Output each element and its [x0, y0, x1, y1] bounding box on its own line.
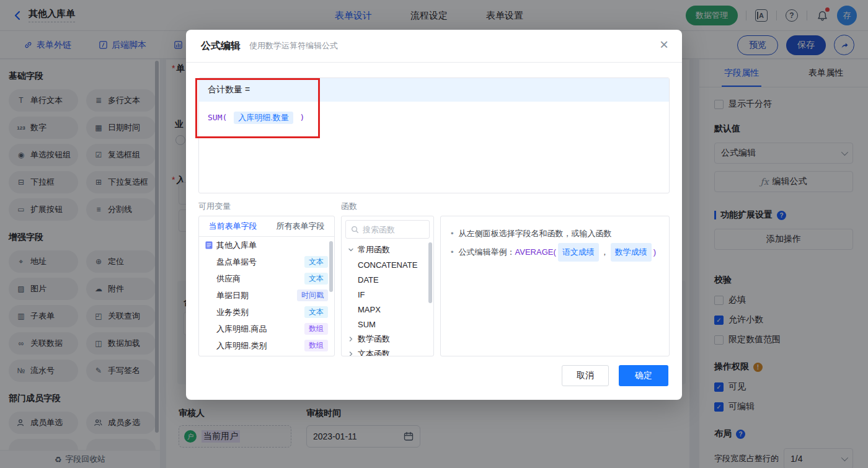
function-item[interactable]: MAPX: [342, 302, 433, 317]
formula-edit-modal: 公式编辑 使用数学运算符编辑公式 × 合计数量 = SUM( 入库明细.数量 )…: [186, 30, 682, 400]
tip-line-2: •公式编辑举例：AVERAGE(语文成绩，数学成绩): [451, 243, 659, 262]
app-root: 其他入库单 表单设计 流程设定 表单设置 数据管理 A ? 存 表单外链: [0, 0, 868, 468]
variables-scrollbar[interactable]: [329, 241, 333, 292]
tab-all-form-fields[interactable]: 所有表单字段: [267, 216, 334, 236]
modal-subtitle: 使用数学运算符编辑公式: [249, 40, 338, 51]
functions-label: 函数: [341, 201, 357, 212]
function-group-math[interactable]: 数学函数: [342, 332, 433, 347]
function-item[interactable]: DATE: [342, 272, 433, 287]
type-tag: 数组: [304, 323, 328, 335]
formula-editor[interactable]: 合计数量 = SUM( 入库明细.数量 ): [198, 77, 670, 193]
function-item[interactable]: CONCATENATE: [342, 257, 433, 272]
type-tag: 文本: [304, 256, 328, 268]
variable-row[interactable]: 供应商文本: [199, 270, 334, 287]
variable-row[interactable]: 单据日期时间戳: [199, 287, 334, 304]
chevron-down-icon: [348, 247, 354, 253]
formula-expression[interactable]: SUM( 入库明细.数量 ): [199, 102, 669, 134]
type-tag: 文本: [304, 306, 328, 318]
function-group-common[interactable]: 常用函数: [342, 242, 433, 257]
function-keyword-close: ): [300, 113, 305, 122]
variables-panel: 当前表单字段 所有表单字段 其他入库单 盘点单据号文本 供应商文本 单据日期时间…: [198, 216, 335, 356]
field-chip[interactable]: 入库明细.数量: [234, 112, 293, 124]
type-tag: 数组: [304, 340, 328, 351]
chevron-right-icon: [348, 351, 354, 356]
variable-row[interactable]: 入库明细.商品数组: [199, 320, 334, 337]
variable-row[interactable]: 入库明细.类别数组: [199, 337, 334, 354]
formula-target: 合计数量 =: [199, 78, 669, 102]
function-search-input[interactable]: [363, 225, 425, 234]
tip-line-1: •从左侧面板选择字段名和函数，或输入函数: [451, 225, 659, 243]
type-tag: 时间戳: [297, 289, 328, 301]
document-icon: [205, 241, 213, 249]
functions-scrollbar[interactable]: [428, 242, 432, 303]
function-keyword: AVERAGE(: [515, 247, 556, 257]
function-keyword: SUM(: [208, 113, 227, 122]
search-icon: [351, 226, 359, 234]
example-chip: 数学成绩: [611, 243, 652, 262]
tab-current-form-fields[interactable]: 当前表单字段: [199, 216, 267, 236]
tree-root[interactable]: 其他入库单: [199, 237, 334, 254]
modal-title: 公式编辑: [201, 40, 241, 53]
tips-panel: •从左侧面板选择字段名和函数，或输入函数 •公式编辑举例：AVERAGE(语文成…: [440, 216, 670, 356]
function-group-text[interactable]: 文本函数: [342, 347, 433, 356]
function-item[interactable]: SUM: [342, 317, 433, 332]
modal-footer: 取消 确定: [562, 365, 668, 386]
variables-label: 可用变量: [198, 201, 231, 212]
close-icon[interactable]: ×: [660, 37, 668, 52]
chevron-right-icon: [348, 336, 354, 342]
function-search[interactable]: [345, 220, 430, 239]
variable-row[interactable]: 业务类别文本: [199, 304, 334, 320]
functions-panel: 常用函数 CONCATENATE DATE IF MAPX SUM 数学函数 文…: [341, 216, 434, 356]
example-chip: 语文成绩: [558, 243, 599, 262]
type-tag: 文本: [304, 273, 328, 285]
variables-tabs: 当前表单字段 所有表单字段: [199, 216, 334, 237]
cancel-button[interactable]: 取消: [562, 365, 609, 386]
modal-header: 公式编辑 使用数学运算符编辑公式 ×: [186, 30, 682, 63]
function-item[interactable]: IF: [342, 287, 433, 302]
variable-row[interactable]: 盘点单据号文本: [199, 254, 334, 270]
confirm-button[interactable]: 确定: [619, 365, 668, 386]
